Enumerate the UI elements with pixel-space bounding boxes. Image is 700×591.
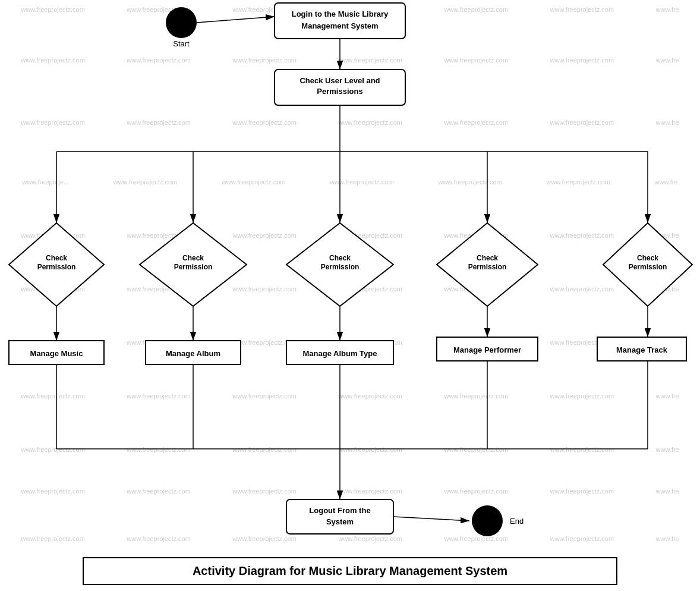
login-text-2: Management System [301,21,378,30]
start-circle [166,7,197,38]
login-text-1: Login to the Music Library [292,10,389,18]
diamond2-text1: Check [182,254,204,262]
logout-box [286,499,393,534]
arrow-logout-end [393,517,469,521]
manage-music-text: Manage Music [30,349,83,358]
diamond1-text1: Check [46,254,67,262]
end-circle [472,505,503,536]
diamond3-text1: Check [329,254,351,262]
diamond4-text1: Check [477,254,498,262]
manage-performer-text: Manage Performer [453,345,521,354]
diamond5-text1: Check [637,254,658,262]
logout-text-1: Logout From the [309,506,370,515]
manage-album-type-text: Manage Album Type [303,349,377,358]
end-label: End [510,517,524,526]
diamond1-text2: Permission [37,263,76,271]
diagram-svg: Start Login to the Music Library Managem… [0,0,700,591]
diagram-title: Activity Diagram for Music Library Manag… [83,557,617,585]
check-user-text-1: Check User Level and [299,76,380,85]
check-user-text-2: Permissions [317,87,362,96]
logout-text-2: System [326,517,354,526]
diamond5-text2: Permission [629,263,667,271]
start-label: Start [173,39,190,48]
manage-track-text: Manage Track [616,345,668,354]
diamond2-text2: Permission [174,263,213,271]
diagram-container: www.freeprojectz.comwww.freeprojectz.com… [0,0,700,591]
diamond4-text2: Permission [468,263,507,271]
arrow-start-login [197,17,275,23]
login-box [275,3,405,39]
manage-album-text: Manage Album [166,349,220,358]
diamond3-text2: Permission [321,263,360,271]
